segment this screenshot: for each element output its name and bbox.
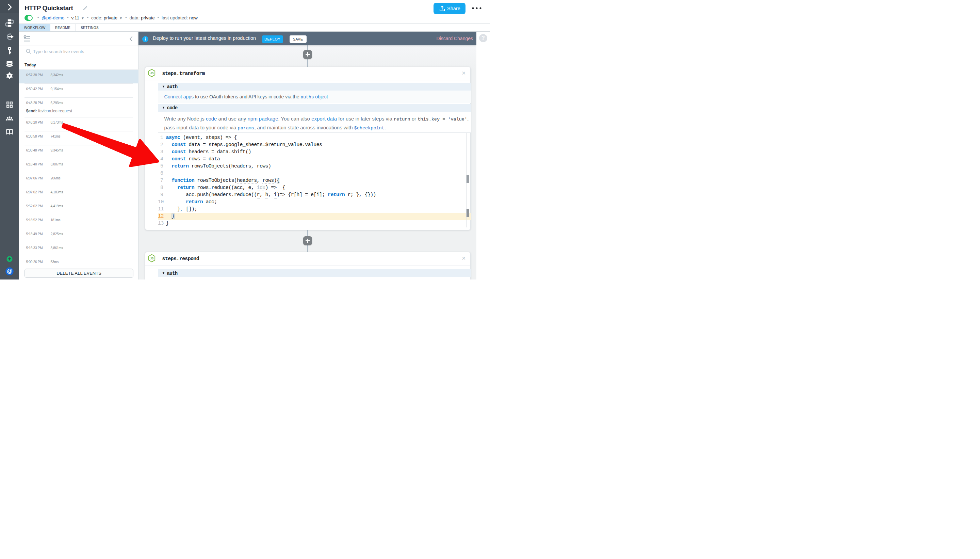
svg-text:@: @: [7, 268, 13, 274]
